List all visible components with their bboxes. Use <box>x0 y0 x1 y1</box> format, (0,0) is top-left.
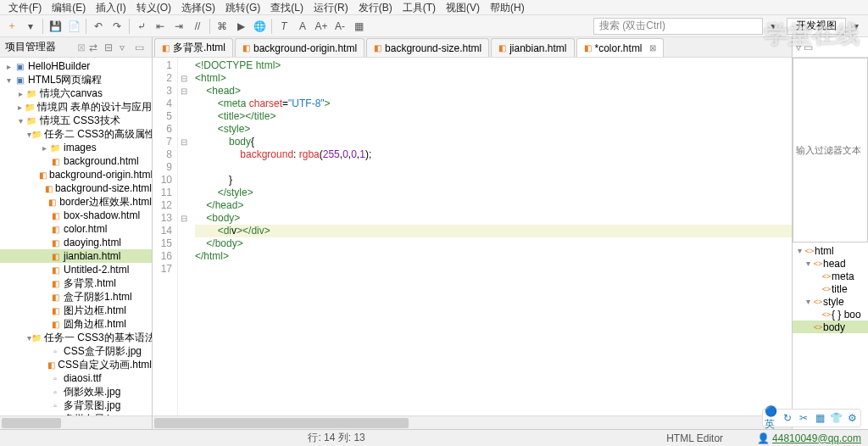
outline-item[interactable]: <>meta <box>793 270 868 282</box>
browser-icon[interactable]: 🌐 <box>251 18 268 35</box>
menu-item[interactable]: 视图(V) <box>441 0 485 14</box>
menu-item[interactable]: 转义(O) <box>131 0 176 14</box>
font-icon[interactable]: A <box>294 18 311 35</box>
tool3-icon[interactable]: ▦ <box>813 411 826 425</box>
outline-filter[interactable] <box>793 58 868 243</box>
tree-item[interactable]: ◧background.html <box>0 154 152 168</box>
code-editor[interactable]: 1234567891011121314151617 ⊟⊟⊟⊟ <!DOCTYPE… <box>153 58 792 415</box>
tool2-icon[interactable]: ✂ <box>797 411 810 425</box>
tree-item[interactable]: ▾▣HTML5网页编程 <box>0 73 152 86</box>
outline-item[interactable]: ▾<>html <box>793 244 868 257</box>
outline-item[interactable]: <>{ } boo <box>793 308 868 321</box>
outline-item[interactable]: ▾<>style <box>793 295 868 308</box>
editor-mode: HTML Editor <box>666 432 723 444</box>
menu-item[interactable]: 插入(I) <box>91 0 131 14</box>
code-content[interactable]: <!DOCTYPE html><html> <head> <meta chars… <box>190 58 792 415</box>
editor-tab[interactable]: ◧background-size.html <box>366 38 489 57</box>
comment-icon[interactable]: // <box>189 18 206 35</box>
tree-item[interactable]: ◧图片边框.html <box>0 304 152 317</box>
ime-icon[interactable]: 🔵英 <box>765 411 778 425</box>
search-input[interactable]: 搜索 (双击Ctrl) <box>593 18 763 35</box>
user-icon: 👤 <box>757 432 770 444</box>
menu-item[interactable]: 帮助(H) <box>485 0 530 14</box>
perspective-selector[interactable]: 开发视图 <box>787 18 846 35</box>
tool4-icon[interactable]: 👕 <box>829 411 843 425</box>
tree-item[interactable]: ▸▣HelloHBuilder <box>0 59 152 73</box>
tree-item[interactable]: ◧jianbian.html <box>0 249 152 263</box>
search-dropdown-icon[interactable]: ▾ <box>765 18 782 35</box>
menu-item[interactable]: 选择(S) <box>176 0 220 14</box>
tree-item[interactable]: ◧border边框效果.html <box>0 195 152 209</box>
menu-item[interactable]: 工具(T) <box>398 0 441 14</box>
tree-item[interactable]: ◧多背景.html <box>0 276 152 290</box>
tree-item[interactable]: ▫diaosi.ttf <box>0 371 152 385</box>
collapse-icon[interactable]: ⊟ <box>104 42 116 53</box>
editor-tab[interactable]: ◧*color.html⊠ <box>576 38 664 57</box>
outline-menu-icon[interactable]: ▿ <box>796 42 801 53</box>
palette-icon[interactable]: ▦ <box>350 18 367 35</box>
tree-item[interactable]: ◧Untitled-2.html <box>0 263 152 276</box>
view-menu-icon[interactable]: ▿ <box>120 42 131 53</box>
menu-item[interactable]: 查找(L) <box>265 0 309 14</box>
tree-item[interactable]: ◧background-size.html <box>0 181 152 195</box>
format-icon[interactable]: ⌘ <box>214 18 231 35</box>
new-icon[interactable]: ＋ <box>3 18 20 35</box>
link-icon[interactable]: ⇄ <box>89 42 101 53</box>
outline-item[interactable]: ▾<>head <box>793 257 868 270</box>
tree-item[interactable]: ◧圆角边框.html <box>0 317 152 331</box>
fold-gutter[interactable]: ⊟⊟⊟⊟ <box>178 58 190 415</box>
tree-item[interactable]: ▾📁情境五 CSS3技术 <box>0 114 152 127</box>
menu-item[interactable]: 文件(F) <box>3 0 47 14</box>
tree-item[interactable]: ▸📁images <box>0 141 152 154</box>
tool1-icon[interactable]: ↻ <box>781 411 794 425</box>
tree-item[interactable]: ▸📁情境六canvas <box>0 86 152 100</box>
cursor-position: 行: 14 列: 13 <box>308 431 364 445</box>
tree-item[interactable]: ◧color.html <box>0 222 152 236</box>
outdent-icon[interactable]: ⇤ <box>152 18 169 35</box>
tree-item[interactable]: ▫倒影效果.jpg <box>0 385 152 399</box>
outline-item[interactable]: <>body <box>793 321 868 333</box>
indent-icon[interactable]: ⇥ <box>170 18 187 35</box>
editor-scrollbar[interactable] <box>153 415 792 429</box>
outline-item[interactable]: <>title <box>793 282 868 295</box>
tree-item[interactable]: ▾📁任务二 CSS3的高级属性 <box>0 127 152 141</box>
tree-item[interactable]: ▫CSS盒子阴影.jpg <box>0 344 152 358</box>
redo-icon[interactable]: ↷ <box>108 18 125 35</box>
menu-item[interactable]: 编辑(E) <box>47 0 91 14</box>
wrap-icon[interactable]: ⤶ <box>133 18 150 35</box>
tree-item[interactable]: ▸📁情境四 表单的设计与应用 <box>0 100 152 114</box>
tab-close-icon[interactable]: ⊠ <box>77 42 86 53</box>
undo-icon[interactable]: ↶ <box>90 18 107 35</box>
tree-item[interactable]: ▫多背景图.jpg <box>0 399 152 412</box>
user-email[interactable]: 44810049@qq.com <box>772 432 861 444</box>
tree-item[interactable]: ◧background-origin.html <box>0 168 152 181</box>
sidebar-scrollbar[interactable] <box>0 415 152 429</box>
editor-tab[interactable]: ◧background-origin.html <box>235 38 364 57</box>
tree-item[interactable]: ◧CSS自定义动画.html <box>0 358 152 371</box>
text-icon[interactable]: T <box>275 18 292 35</box>
tree-item[interactable]: ◧box-shadow.html <box>0 209 152 222</box>
outline-tree[interactable]: ▾<>html▾<>head<>meta<>title▾<>style<>{ }… <box>793 243 868 429</box>
save-icon[interactable]: 💾 <box>47 18 64 35</box>
outline-min-icon[interactable]: ▭ <box>804 42 813 53</box>
sidebar-header: 项目管理器 ⊠ ⇄ ⊟ ▿ ▭ <box>0 37 152 58</box>
editor-tabs: ◧多背景.html◧background-origin.html◧backgro… <box>153 37 792 58</box>
tool5-icon[interactable]: ⚙ <box>845 411 859 425</box>
editor-tab[interactable]: ◧多背景.html <box>154 38 233 57</box>
tree-item[interactable]: ▾📁任务一 CSS3的基本语法 <box>0 331 152 344</box>
run-icon[interactable]: ▶ <box>232 18 249 35</box>
zoom-out-icon[interactable]: A- <box>331 18 348 35</box>
menu-item[interactable]: 跳转(G) <box>220 0 265 14</box>
project-tree[interactable]: ▸▣HelloHBuilder▾▣HTML5网页编程▸📁情境六canvas▸📁情… <box>0 58 152 415</box>
tree-item[interactable]: ◧盒子阴影1.html <box>0 290 152 304</box>
status-bar: 行: 14 列: 13 HTML Editor 👤 44810049@qq.co… <box>0 429 868 446</box>
menu-item[interactable]: 发行(B) <box>353 0 398 14</box>
menu-item[interactable]: 运行(R) <box>309 0 353 14</box>
zoom-in-icon[interactable]: A+ <box>313 18 330 35</box>
save-all-icon[interactable]: 📄 <box>65 18 82 35</box>
minimize-icon[interactable]: ▭ <box>135 42 147 53</box>
persp-more-icon[interactable]: ▾ <box>848 18 865 35</box>
tree-item[interactable]: ◧daoying.html <box>0 236 152 249</box>
dropdown-icon[interactable]: ▾ <box>22 18 39 35</box>
editor-tab[interactable]: ◧jianbian.html <box>491 38 574 57</box>
